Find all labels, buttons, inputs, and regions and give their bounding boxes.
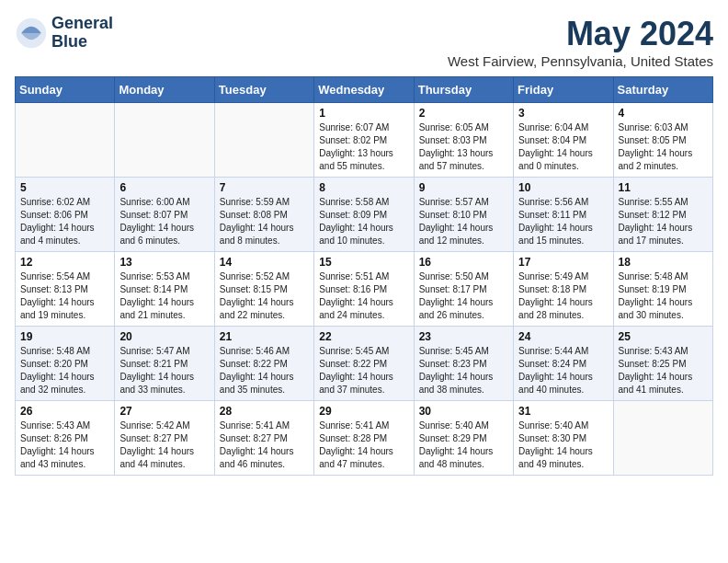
day-info: Sunrise: 5:58 AM Sunset: 8:09 PM Dayligh… — [319, 196, 408, 247]
day-info: Sunrise: 5:47 AM Sunset: 8:21 PM Dayligh… — [119, 345, 209, 396]
header-thursday: Thursday — [414, 77, 513, 103]
header-sunday: Sunday — [16, 77, 115, 103]
logo-icon — [15, 17, 48, 50]
calendar-cell: 28Sunrise: 5:41 AM Sunset: 8:27 PM Dayli… — [214, 401, 313, 476]
day-number: 22 — [319, 330, 408, 343]
day-number: 18 — [619, 256, 708, 269]
logo: General Blue — [15, 15, 113, 52]
week-row-0: 1Sunrise: 6:07 AM Sunset: 8:02 PM Daylig… — [16, 103, 713, 178]
calendar-cell: 27Sunrise: 5:42 AM Sunset: 8:27 PM Dayli… — [115, 401, 214, 476]
day-number: 17 — [518, 256, 608, 269]
day-info: Sunrise: 5:40 AM Sunset: 8:29 PM Dayligh… — [419, 419, 508, 471]
day-number: 14 — [220, 256, 309, 269]
day-info: Sunrise: 5:45 AM Sunset: 8:23 PM Dayligh… — [419, 345, 508, 396]
day-number: 8 — [319, 181, 408, 194]
calendar-cell: 13Sunrise: 5:53 AM Sunset: 8:14 PM Dayli… — [115, 252, 214, 327]
calendar-cell: 19Sunrise: 5:48 AM Sunset: 8:20 PM Dayli… — [16, 327, 115, 401]
title-block: May 2024 West Fairview, Pennsylvania, Un… — [448, 15, 713, 69]
calendar-cell: 21Sunrise: 5:46 AM Sunset: 8:22 PM Dayli… — [214, 327, 313, 401]
day-number: 23 — [419, 330, 508, 343]
day-info: Sunrise: 5:41 AM Sunset: 8:27 PM Dayligh… — [220, 419, 309, 471]
calendar-cell: 25Sunrise: 5:43 AM Sunset: 8:25 PM Dayli… — [613, 327, 712, 401]
calendar-cell: 7Sunrise: 5:59 AM Sunset: 8:08 PM Daylig… — [214, 178, 313, 252]
day-number: 3 — [518, 107, 608, 120]
day-info: Sunrise: 6:04 AM Sunset: 8:04 PM Dayligh… — [518, 121, 608, 173]
day-info: Sunrise: 5:44 AM Sunset: 8:24 PM Dayligh… — [518, 345, 608, 396]
day-number: 10 — [518, 181, 608, 194]
calendar-cell: 23Sunrise: 5:45 AM Sunset: 8:23 PM Dayli… — [414, 327, 513, 401]
day-info: Sunrise: 5:48 AM Sunset: 8:20 PM Dayligh… — [20, 345, 109, 396]
week-row-4: 26Sunrise: 5:43 AM Sunset: 8:26 PM Dayli… — [16, 401, 713, 476]
calendar-cell: 29Sunrise: 5:41 AM Sunset: 8:28 PM Dayli… — [314, 401, 414, 476]
calendar-cell: 18Sunrise: 5:48 AM Sunset: 8:19 PM Dayli… — [613, 252, 712, 327]
day-info: Sunrise: 5:40 AM Sunset: 8:30 PM Dayligh… — [518, 419, 608, 471]
week-row-3: 19Sunrise: 5:48 AM Sunset: 8:20 PM Dayli… — [16, 327, 713, 401]
calendar-cell — [16, 103, 115, 178]
day-number: 1 — [319, 107, 408, 120]
calendar-cell: 4Sunrise: 6:03 AM Sunset: 8:05 PM Daylig… — [613, 103, 712, 178]
week-row-2: 12Sunrise: 5:54 AM Sunset: 8:13 PM Dayli… — [16, 252, 713, 327]
calendar-cell: 6Sunrise: 6:00 AM Sunset: 8:07 PM Daylig… — [115, 178, 214, 252]
calendar-cell: 15Sunrise: 5:51 AM Sunset: 8:16 PM Dayli… — [314, 252, 414, 327]
week-row-1: 5Sunrise: 6:02 AM Sunset: 8:06 PM Daylig… — [16, 178, 713, 252]
day-number: 30 — [419, 405, 508, 418]
day-number: 15 — [319, 256, 408, 269]
day-info: Sunrise: 5:46 AM Sunset: 8:22 PM Dayligh… — [220, 345, 309, 396]
header-wednesday: Wednesday — [314, 77, 414, 103]
page-header: General Blue May 2024 West Fairview, Pen… — [15, 15, 713, 69]
day-info: Sunrise: 5:54 AM Sunset: 8:13 PM Dayligh… — [20, 270, 109, 322]
header-monday: Monday — [115, 77, 214, 103]
day-number: 6 — [119, 181, 209, 194]
day-number: 11 — [619, 181, 708, 194]
logo-line1: General — [51, 15, 113, 33]
calendar-cell — [613, 401, 712, 476]
calendar-cell: 12Sunrise: 5:54 AM Sunset: 8:13 PM Dayli… — [16, 252, 115, 327]
day-info: Sunrise: 5:55 AM Sunset: 8:12 PM Dayligh… — [619, 196, 708, 247]
calendar-cell: 30Sunrise: 5:40 AM Sunset: 8:29 PM Dayli… — [414, 401, 513, 476]
header-friday: Friday — [514, 77, 613, 103]
location: West Fairview, Pennsylvania, United Stat… — [448, 53, 713, 69]
calendar-cell — [214, 103, 313, 178]
day-number: 7 — [220, 181, 309, 194]
day-info: Sunrise: 5:45 AM Sunset: 8:22 PM Dayligh… — [319, 345, 408, 396]
month-year: May 2024 — [448, 15, 713, 53]
day-info: Sunrise: 5:49 AM Sunset: 8:18 PM Dayligh… — [518, 270, 608, 322]
day-number: 31 — [518, 405, 608, 418]
day-number: 26 — [20, 405, 109, 418]
calendar-cell: 14Sunrise: 5:52 AM Sunset: 8:15 PM Dayli… — [214, 252, 313, 327]
calendar-cell: 24Sunrise: 5:44 AM Sunset: 8:24 PM Dayli… — [514, 327, 613, 401]
calendar-cell: 2Sunrise: 6:05 AM Sunset: 8:03 PM Daylig… — [414, 103, 513, 178]
day-info: Sunrise: 5:48 AM Sunset: 8:19 PM Dayligh… — [619, 270, 708, 322]
day-info: Sunrise: 6:00 AM Sunset: 8:07 PM Dayligh… — [119, 196, 209, 247]
day-info: Sunrise: 5:42 AM Sunset: 8:27 PM Dayligh… — [119, 419, 209, 471]
day-info: Sunrise: 5:52 AM Sunset: 8:15 PM Dayligh… — [220, 270, 309, 322]
day-number: 20 — [119, 330, 209, 343]
calendar-cell: 3Sunrise: 6:04 AM Sunset: 8:04 PM Daylig… — [514, 103, 613, 178]
calendar-header: SundayMondayTuesdayWednesdayThursdayFrid… — [16, 77, 713, 103]
day-number: 21 — [220, 330, 309, 343]
day-info: Sunrise: 6:03 AM Sunset: 8:05 PM Dayligh… — [619, 121, 708, 173]
calendar-cell: 31Sunrise: 5:40 AM Sunset: 8:30 PM Dayli… — [514, 401, 613, 476]
day-number: 28 — [220, 405, 309, 418]
calendar-cell: 26Sunrise: 5:43 AM Sunset: 8:26 PM Dayli… — [16, 401, 115, 476]
day-info: Sunrise: 5:43 AM Sunset: 8:26 PM Dayligh… — [20, 419, 109, 471]
day-number: 9 — [419, 181, 508, 194]
day-info: Sunrise: 5:41 AM Sunset: 8:28 PM Dayligh… — [319, 419, 408, 471]
day-info: Sunrise: 6:05 AM Sunset: 8:03 PM Dayligh… — [419, 121, 508, 173]
day-number: 16 — [419, 256, 508, 269]
day-info: Sunrise: 5:43 AM Sunset: 8:25 PM Dayligh… — [619, 345, 708, 396]
day-info: Sunrise: 5:50 AM Sunset: 8:17 PM Dayligh… — [419, 270, 508, 322]
header-row: SundayMondayTuesdayWednesdayThursdayFrid… — [16, 77, 713, 103]
calendar-body: 1Sunrise: 6:07 AM Sunset: 8:02 PM Daylig… — [16, 103, 713, 476]
day-info: Sunrise: 5:56 AM Sunset: 8:11 PM Dayligh… — [518, 196, 608, 247]
day-info: Sunrise: 5:59 AM Sunset: 8:08 PM Dayligh… — [220, 196, 309, 247]
calendar-cell — [115, 103, 214, 178]
calendar-cell: 9Sunrise: 5:57 AM Sunset: 8:10 PM Daylig… — [414, 178, 513, 252]
day-number: 5 — [20, 181, 109, 194]
day-number: 4 — [619, 107, 708, 120]
day-number: 27 — [119, 405, 209, 418]
calendar-cell: 16Sunrise: 5:50 AM Sunset: 8:17 PM Dayli… — [414, 252, 513, 327]
calendar-cell: 8Sunrise: 5:58 AM Sunset: 8:09 PM Daylig… — [314, 178, 414, 252]
logo-line2: Blue — [51, 33, 113, 52]
calendar-table: SundayMondayTuesdayWednesdayThursdayFrid… — [15, 76, 713, 476]
